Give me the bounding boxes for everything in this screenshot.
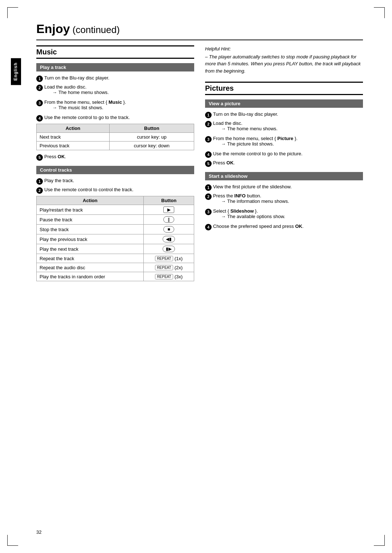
music-step-2-sub: → The home menu shows. — [52, 90, 194, 95]
music-step-2: 2 Load the audio disc. → The home menu s… — [36, 84, 194, 97]
table-header-action: Action — [37, 124, 110, 133]
next-button-symbol: ▮▶ — [163, 246, 175, 252]
table-row: Play the tracks in random order REPEAT (… — [37, 272, 194, 281]
play-a-track-header: Play a track — [36, 63, 194, 71]
table-row: Pause the track ‖ — [37, 215, 194, 225]
main-content: Music Play a track 1 Turn on the Blu-ray… — [36, 45, 363, 285]
right-column: Helpful Hint: – The player automatically… — [205, 45, 363, 285]
slideshow-step-2: 2 Press the INFO button. → The informati… — [205, 193, 363, 206]
slideshow-step-3: 3 Select { Slideshow }. → The available … — [205, 208, 363, 221]
table-row: Repeat the audio disc REPEAT (2x) — [37, 263, 194, 272]
control-step-2: 2 Use the remote control to control the … — [36, 187, 194, 194]
pictures-section-header: Pictures — [205, 82, 363, 95]
corner-mark-tl — [7, 7, 18, 18]
table-header-button: Button — [144, 196, 194, 205]
slideshow-step-3-sub: → The available options show. — [221, 214, 363, 219]
table-header-action: Action — [37, 196, 144, 205]
table-row: Next track cursor key: up — [37, 133, 194, 142]
page: English Enjoy (continued) Music Play a t… — [0, 0, 392, 553]
repeat3x-symbol: REPEAT (3x) — [155, 274, 183, 279]
helpful-hint-box: Helpful Hint: – The player automatically… — [205, 45, 363, 74]
corner-mark-tr — [374, 7, 385, 18]
slideshow-step-4: 4 Choose the preferred speed and press O… — [205, 224, 363, 230]
repeat1x-symbol: REPEAT (1x) — [155, 256, 183, 261]
corner-mark-br — [374, 535, 385, 546]
music-step-3-sub: → The music list shows. — [52, 105, 194, 110]
stop-button-symbol: ■ — [163, 226, 174, 233]
music-step-4: 4 Use the remote control to go to the tr… — [36, 115, 194, 122]
picture-step-3: 3 From the home menu, select { Picture }… — [205, 136, 363, 149]
page-number: 32 — [36, 529, 41, 535]
helpful-hint-title: Helpful Hint: — [205, 45, 363, 53]
control-tracks-header: Control tracks — [36, 166, 194, 174]
play-button-symbol: ▶ — [163, 206, 174, 213]
slideshow-step-1: 1 View the first picture of the slidesho… — [205, 184, 363, 191]
table-row: Play/restart the track ▶ — [37, 205, 194, 215]
repeat2x-symbol: REPEAT (2x) — [155, 265, 183, 270]
play-track-table: Action Button Next track cursor key: up … — [36, 124, 194, 150]
control-step-1: 1 Play the track. — [36, 178, 194, 185]
table-row: Stop the track ■ — [37, 225, 194, 234]
sidebar-english-tab: English — [11, 58, 21, 85]
table-row: Play the next track ▮▶ — [37, 244, 194, 254]
corner-mark-bl — [7, 535, 18, 546]
view-picture-header: View a picture — [205, 99, 363, 108]
music-section-header: Music — [36, 45, 194, 59]
picture-step-5: 5 Press OK. — [205, 160, 363, 167]
slideshow-step-2-sub: → The information menu shows. — [221, 198, 363, 204]
prev-button-symbol: ◀▮ — [163, 236, 175, 242]
table-row: Previous track cursor key: down — [37, 142, 194, 150]
page-title: Enjoy (continued) — [36, 23, 120, 35]
table-row: Play the previous track ◀▮ — [37, 234, 194, 244]
left-column: Music Play a track 1 Turn on the Blu-ray… — [36, 45, 194, 285]
picture-step-1: 1 Turn on the Blu-ray disc player. — [205, 111, 363, 118]
picture-step-2-sub: → The home menu shows. — [221, 126, 363, 131]
helpful-hint-text: – The player automatically switches to s… — [205, 53, 363, 75]
music-step-1: 1 Turn on the Blu-ray disc player. — [36, 75, 194, 82]
slideshow-header: Start a slideshow — [205, 172, 363, 180]
music-step-3: 3 From the home menu, select { Music }. … — [36, 99, 194, 112]
pause-button-symbol: ‖ — [163, 216, 174, 223]
music-step-5: 5 Press OK. — [36, 154, 194, 161]
picture-step-4: 4 Use the remote control to go to the pi… — [205, 151, 363, 158]
control-tracks-table: Action Button Play/restart the track ▶ P… — [36, 196, 194, 281]
table-header-button: Button — [109, 124, 194, 133]
picture-step-3-sub: → The picture list shows. — [221, 141, 363, 147]
picture-step-2: 2 Load the disc. → The home menu shows. — [205, 120, 363, 134]
table-row: Repeat the track REPEAT (1x) — [37, 254, 194, 263]
